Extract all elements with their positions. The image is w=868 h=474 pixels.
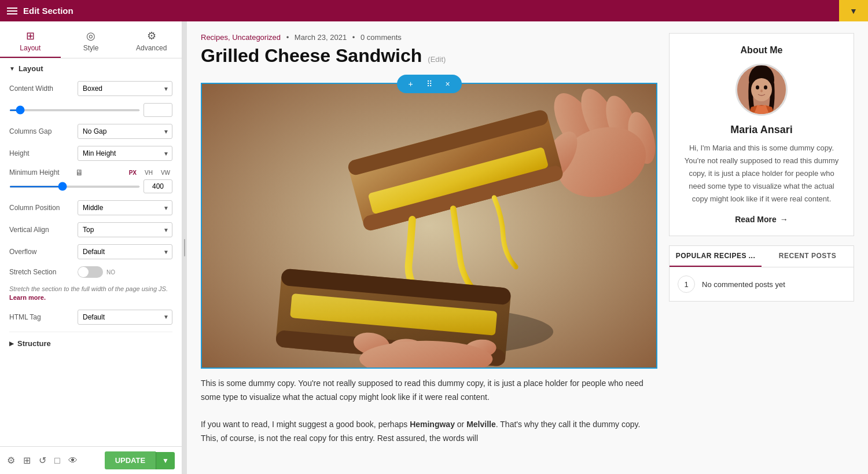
- learn-more-link[interactable]: Learn more.: [9, 294, 46, 301]
- hamburger-menu-icon[interactable]: [7, 8, 17, 14]
- read-more-label: Read More: [735, 215, 777, 224]
- chevron-down-icon: ▼: [9, 65, 15, 72]
- body-p2-mid: or: [455, 420, 466, 429]
- panel-title: Edit Section: [23, 6, 73, 16]
- post-comments: 0 comments: [361, 33, 402, 42]
- overflow-row: Overflow Default Hidden Auto ▼: [9, 244, 172, 259]
- html-tag-row: HTML Tag Default div section article ▼: [9, 310, 172, 325]
- height-select[interactable]: Min Height Full Height Auto: [78, 146, 172, 161]
- stretch-toggle[interactable]: [78, 266, 103, 278]
- post-categories-link[interactable]: Recipes, Uncategorized: [201, 33, 281, 42]
- layout-section-header[interactable]: ▼ Layout: [9, 64, 172, 73]
- read-more-arrow-icon: →: [780, 215, 788, 224]
- move-section-button[interactable]: ⠿: [422, 77, 436, 91]
- tab-popular-recipes[interactable]: POPULAR RECIPES ...: [670, 246, 762, 267]
- history-icon[interactable]: ↺: [39, 455, 46, 466]
- sidebar-tabs-card: POPULAR RECIPES ... RECENT POSTS 1 No co…: [669, 245, 854, 302]
- layers-icon[interactable]: ⊞: [23, 455, 31, 466]
- structure-label: Structure: [17, 339, 51, 348]
- post-area: Recipes, Uncategorized • March 23, 2021 …: [201, 33, 657, 462]
- tab-advanced[interactable]: ⚙ Advanced: [121, 25, 182, 58]
- columns-gap-select-wrapper: No Gap Small Medium Large ▼: [78, 124, 172, 139]
- section-toolbar: + ⠿ ×: [397, 75, 462, 93]
- column-position-select[interactable]: Middle Top Bottom: [78, 200, 172, 215]
- columns-gap-row: Columns Gap No Gap Small Medium Large ▼: [9, 124, 172, 139]
- unit-vw-button[interactable]: VW: [159, 168, 172, 177]
- top-bar: Edit Section: [0, 0, 868, 21]
- no-posts-text: No commented posts yet: [702, 280, 785, 289]
- width-slider-row: [9, 103, 172, 117]
- read-more-link[interactable]: Read More →: [681, 215, 842, 224]
- column-position-select-wrapper: Middle Top Bottom ▼: [78, 200, 172, 215]
- columns-gap-select[interactable]: No Gap Small Medium Large: [78, 124, 172, 139]
- about-title: About Me: [681, 45, 842, 56]
- corner-button[interactable]: ▼: [839, 0, 868, 21]
- update-btn-group: UPDATE ▼: [105, 451, 175, 469]
- no-posts-row: 1 No commented posts yet: [678, 275, 845, 293]
- vertical-align-row: Vertical Align Top Middle Bottom ▼: [9, 222, 172, 237]
- body-p2-melville: Melville: [466, 420, 496, 429]
- content-width-select-wrapper: Boxed Full Width ▼: [78, 81, 172, 96]
- structure-header[interactable]: ▶ Structure: [9, 332, 172, 348]
- about-bio: Hi, I'm Maria and this is some dummy cop…: [681, 142, 842, 205]
- min-height-slider[interactable]: [9, 186, 140, 188]
- width-slider[interactable]: [9, 109, 140, 111]
- update-dropdown-button[interactable]: ▼: [156, 452, 175, 469]
- layout-tab-icon: ⊞: [26, 30, 35, 42]
- tab-layout[interactable]: ⊞ Layout: [0, 25, 61, 58]
- tab-layout-label: Layout: [20, 44, 41, 52]
- meta-dot-1: •: [286, 33, 289, 42]
- overflow-label: Overflow: [9, 248, 73, 256]
- content-area: Recipes, Uncategorized • March 23, 2021 …: [187, 21, 868, 474]
- stretch-section-row: Stretch Section NO: [9, 266, 172, 278]
- overflow-select[interactable]: Default Hidden Auto: [78, 244, 172, 259]
- body-paragraph-1: This is some dummy copy. You're not real…: [201, 377, 657, 405]
- tab-advanced-label: Advanced: [136, 44, 167, 52]
- structure-chevron-icon: ▶: [9, 340, 14, 347]
- vertical-align-select[interactable]: Top Middle Bottom: [78, 222, 172, 237]
- left-panel: ⊞ Layout ◎ Style ⚙ Advanced ▼ Layout Con…: [0, 21, 182, 474]
- vertical-align-label: Vertical Align: [9, 226, 73, 234]
- panel-tabs: ⊞ Layout ◎ Style ⚙ Advanced: [0, 21, 182, 58]
- content-width-select[interactable]: Boxed Full Width: [78, 81, 172, 96]
- stretch-note: Stretch the section to the full width of…: [9, 285, 172, 303]
- panel-content: ▼ Layout Content Width Boxed Full Width …: [0, 58, 182, 446]
- about-name: Maria Ansari: [681, 124, 842, 136]
- settings-icon[interactable]: ⚙: [7, 455, 15, 466]
- min-height-value[interactable]: 400: [144, 179, 172, 193]
- style-tab-icon: ◎: [86, 30, 95, 42]
- column-position-row: Column Position Middle Top Bottom ▼: [9, 200, 172, 215]
- panel-resizer[interactable]: [182, 21, 187, 474]
- content-width-row: Content Width Boxed Full Width ▼: [9, 81, 172, 96]
- html-tag-select[interactable]: Default div section article: [78, 310, 172, 325]
- tab-style[interactable]: ◎ Style: [61, 25, 122, 58]
- html-tag-label: HTML Tag: [9, 313, 73, 321]
- tab-recent-posts[interactable]: RECENT POSTS: [762, 246, 854, 267]
- add-section-button[interactable]: +: [404, 77, 418, 91]
- body-paragraph-2: If you want to read, I might suggest a g…: [201, 418, 657, 446]
- corner-arrow-icon: ▼: [849, 6, 858, 16]
- width-slider-value[interactable]: [144, 103, 172, 117]
- body-p2-hemingway: Hemingway: [410, 420, 455, 429]
- post-title: Grilled Cheese Sandwich: [201, 45, 422, 67]
- sidebar-tabs: POPULAR RECIPES ... RECENT POSTS: [670, 246, 854, 267]
- height-label: Height: [9, 149, 73, 157]
- update-button[interactable]: UPDATE: [105, 451, 156, 469]
- content-width-label: Content Width: [9, 84, 73, 93]
- preview-icon[interactable]: 👁: [68, 455, 78, 466]
- stretch-section-label: Stretch Section: [9, 268, 73, 276]
- unit-px-button[interactable]: PX: [127, 168, 139, 177]
- close-section-button[interactable]: ×: [441, 77, 455, 91]
- overflow-select-wrapper: Default Hidden Auto ▼: [78, 244, 172, 259]
- post-meta: Recipes, Uncategorized • March 23, 2021 …: [201, 33, 657, 42]
- post-image: [202, 84, 656, 368]
- column-position-label: Column Position: [9, 204, 73, 212]
- device-icon[interactable]: □: [54, 455, 60, 466]
- post-number-badge: 1: [678, 275, 695, 293]
- post-body: This is some dummy copy. You're not real…: [201, 377, 657, 446]
- vertical-align-select-wrapper: Top Middle Bottom ▼: [78, 222, 172, 237]
- meta-dot-2: •: [352, 33, 355, 42]
- minimum-height-label: Minimum Height: [9, 168, 73, 177]
- post-edit-link[interactable]: (Edit): [428, 55, 446, 64]
- unit-vh-button[interactable]: VH: [142, 168, 155, 177]
